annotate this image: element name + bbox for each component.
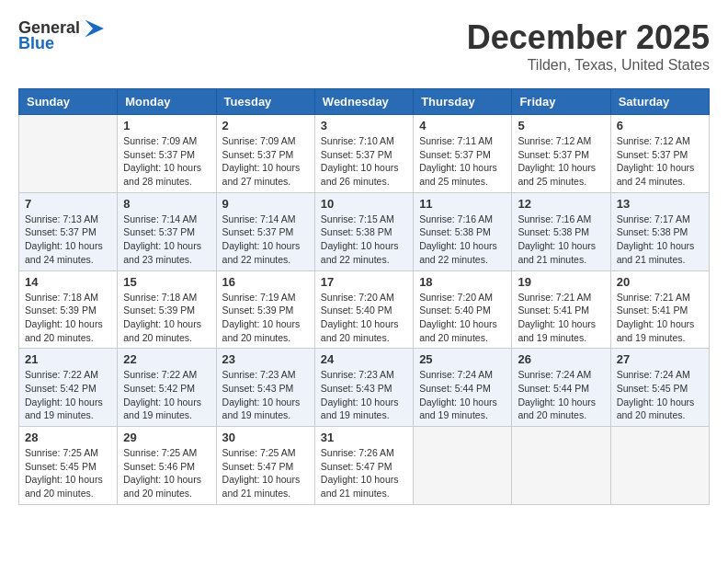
calendar-cell: 13Sunrise: 7:17 AM Sunset: 5:38 PM Dayli… [610,192,709,270]
calendar-cell: 27Sunrise: 7:24 AM Sunset: 5:45 PM Dayli… [610,349,709,427]
calendar-cell: 23Sunrise: 7:23 AM Sunset: 5:43 PM Dayli… [216,349,314,427]
calendar-cell: 17Sunrise: 7:20 AM Sunset: 5:40 PM Dayli… [314,270,413,349]
day-info: Sunrise: 7:11 AM Sunset: 5:37 PM Dayligh… [419,134,506,189]
day-number: 8 [123,197,210,211]
day-info: Sunrise: 7:16 AM Sunset: 5:38 PM Dayligh… [518,213,604,267]
day-number: 6 [617,119,703,132]
calendar-cell: 26Sunrise: 7:24 AM Sunset: 5:44 PM Dayli… [512,349,610,427]
day-number: 22 [123,352,210,366]
day-info: Sunrise: 7:18 AM Sunset: 5:39 PM Dayligh… [25,291,111,345]
title-section: December 2025 Tilden, Texas, United Stat… [467,18,710,74]
day-header-friday: Friday [512,89,610,115]
day-header-wednesday: Wednesday [314,89,413,115]
day-number: 21 [25,352,111,366]
day-number: 5 [518,119,604,132]
calendar-week-row: 7Sunrise: 7:13 AM Sunset: 5:37 PM Daylig… [19,192,710,270]
day-number: 30 [222,431,309,444]
day-number: 27 [617,352,703,366]
day-number: 29 [123,431,210,444]
day-header-sunday: Sunday [19,89,118,115]
day-number: 12 [518,197,604,211]
calendar-cell: 4Sunrise: 7:11 AM Sunset: 5:37 PM Daylig… [414,115,512,193]
day-number: 20 [617,275,703,289]
calendar-cell: 21Sunrise: 7:22 AM Sunset: 5:42 PM Dayli… [19,349,118,427]
day-info: Sunrise: 7:14 AM Sunset: 5:37 PM Dayligh… [123,213,210,267]
calendar-cell: 14Sunrise: 7:18 AM Sunset: 5:39 PM Dayli… [19,270,118,349]
day-info: Sunrise: 7:22 AM Sunset: 5:42 PM Dayligh… [123,368,210,422]
day-info: Sunrise: 7:26 AM Sunset: 5:47 PM Dayligh… [321,446,407,500]
calendar-cell: 18Sunrise: 7:20 AM Sunset: 5:40 PM Dayli… [414,270,512,349]
day-info: Sunrise: 7:10 AM Sunset: 5:37 PM Dayligh… [321,134,407,189]
calendar-cell [414,427,512,505]
calendar-week-row: 14Sunrise: 7:18 AM Sunset: 5:39 PM Dayli… [19,270,710,349]
logo-blue: Blue [18,34,54,53]
day-info: Sunrise: 7:21 AM Sunset: 5:41 PM Dayligh… [518,291,604,345]
day-number: 2 [222,119,309,132]
calendar-cell: 7Sunrise: 7:13 AM Sunset: 5:37 PM Daylig… [19,192,118,270]
calendar-cell: 19Sunrise: 7:21 AM Sunset: 5:41 PM Dayli… [512,270,610,349]
calendar-cell: 2Sunrise: 7:09 AM Sunset: 5:37 PM Daylig… [216,115,314,193]
day-info: Sunrise: 7:13 AM Sunset: 5:37 PM Dayligh… [25,213,111,267]
day-number: 13 [617,197,703,211]
day-number: 25 [419,352,506,366]
logo-arrow-icon [82,19,104,38]
calendar-cell: 16Sunrise: 7:19 AM Sunset: 5:39 PM Dayli… [216,270,314,349]
calendar-cell: 31Sunrise: 7:26 AM Sunset: 5:47 PM Dayli… [314,427,413,505]
days-header: SundayMondayTuesdayWednesdayThursdayFrid… [19,89,710,115]
day-number: 1 [123,119,210,132]
day-info: Sunrise: 7:25 AM Sunset: 5:47 PM Dayligh… [222,446,309,500]
calendar-cell: 30Sunrise: 7:25 AM Sunset: 5:47 PM Dayli… [216,427,314,505]
day-info: Sunrise: 7:17 AM Sunset: 5:38 PM Dayligh… [617,213,703,267]
calendar-cell: 1Sunrise: 7:09 AM Sunset: 5:37 PM Daylig… [118,115,216,193]
calendar-cell: 20Sunrise: 7:21 AM Sunset: 5:41 PM Dayli… [610,270,709,349]
day-header-monday: Monday [118,89,216,115]
calendar-cell: 29Sunrise: 7:25 AM Sunset: 5:46 PM Dayli… [118,427,216,505]
day-info: Sunrise: 7:20 AM Sunset: 5:40 PM Dayligh… [321,291,407,345]
day-number: 24 [321,352,407,366]
day-info: Sunrise: 7:23 AM Sunset: 5:43 PM Dayligh… [321,368,407,422]
day-info: Sunrise: 7:21 AM Sunset: 5:41 PM Dayligh… [617,291,703,345]
day-info: Sunrise: 7:18 AM Sunset: 5:39 PM Dayligh… [123,291,210,345]
calendar-cell: 6Sunrise: 7:12 AM Sunset: 5:37 PM Daylig… [610,115,709,193]
calendar-cell: 10Sunrise: 7:15 AM Sunset: 5:38 PM Dayli… [314,192,413,270]
day-info: Sunrise: 7:24 AM Sunset: 5:44 PM Dayligh… [419,368,506,422]
calendar-cell: 3Sunrise: 7:10 AM Sunset: 5:37 PM Daylig… [314,115,413,193]
day-number: 17 [321,275,407,289]
day-header-saturday: Saturday [610,89,709,115]
calendar-cell: 5Sunrise: 7:12 AM Sunset: 5:37 PM Daylig… [512,115,610,193]
day-number: 4 [419,119,506,132]
calendar-cell: 24Sunrise: 7:23 AM Sunset: 5:43 PM Dayli… [314,349,413,427]
day-number: 11 [419,197,506,211]
calendar-cell: 11Sunrise: 7:16 AM Sunset: 5:38 PM Dayli… [414,192,512,270]
day-number: 18 [419,275,506,289]
day-info: Sunrise: 7:12 AM Sunset: 5:37 PM Dayligh… [617,134,703,189]
day-info: Sunrise: 7:09 AM Sunset: 5:37 PM Dayligh… [222,134,309,189]
calendar-cell: 28Sunrise: 7:25 AM Sunset: 5:45 PM Dayli… [19,427,118,505]
calendar-cell: 22Sunrise: 7:22 AM Sunset: 5:42 PM Dayli… [118,349,216,427]
day-number: 7 [25,197,111,211]
day-number: 23 [222,352,309,366]
day-header-thursday: Thursday [414,89,512,115]
calendar-week-row: 28Sunrise: 7:25 AM Sunset: 5:45 PM Dayli… [19,427,710,505]
svg-marker-0 [85,19,104,37]
day-info: Sunrise: 7:24 AM Sunset: 5:44 PM Dayligh… [518,368,604,422]
calendar-cell [19,115,118,193]
day-info: Sunrise: 7:25 AM Sunset: 5:46 PM Dayligh… [123,446,210,500]
calendar-table: SundayMondayTuesdayWednesdayThursdayFrid… [18,88,710,505]
calendar-week-row: 1Sunrise: 7:09 AM Sunset: 5:37 PM Daylig… [19,115,710,193]
calendar-cell: 8Sunrise: 7:14 AM Sunset: 5:37 PM Daylig… [118,192,216,270]
page-header: General Blue December 2025 Tilden, Texas… [18,18,710,74]
day-number: 10 [321,197,407,211]
calendar-cell: 9Sunrise: 7:14 AM Sunset: 5:37 PM Daylig… [216,192,314,270]
day-info: Sunrise: 7:23 AM Sunset: 5:43 PM Dayligh… [222,368,309,422]
day-info: Sunrise: 7:20 AM Sunset: 5:40 PM Dayligh… [419,291,506,345]
day-number: 19 [518,275,604,289]
calendar-cell: 25Sunrise: 7:24 AM Sunset: 5:44 PM Dayli… [414,349,512,427]
day-number: 31 [321,431,407,444]
logo: General Blue [18,18,104,53]
calendar-cell [512,427,610,505]
day-header-tuesday: Tuesday [216,89,314,115]
day-info: Sunrise: 7:22 AM Sunset: 5:42 PM Dayligh… [25,368,111,422]
calendar-cell: 12Sunrise: 7:16 AM Sunset: 5:38 PM Dayli… [512,192,610,270]
calendar-cell: 15Sunrise: 7:18 AM Sunset: 5:39 PM Dayli… [118,270,216,349]
